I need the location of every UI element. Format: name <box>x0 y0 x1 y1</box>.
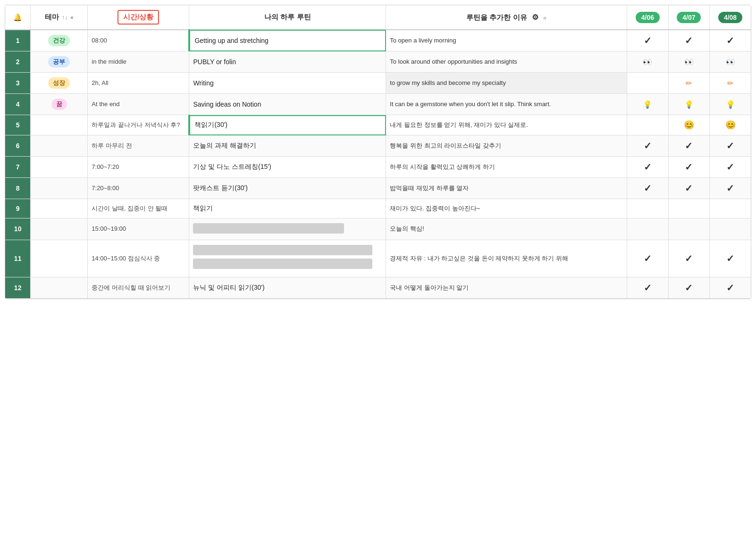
row-number: 3 <box>5 73 31 94</box>
date-cell-1[interactable]: 😊 <box>668 115 709 135</box>
date-cell-2[interactable]: 😊 <box>710 115 751 135</box>
date-cell-1[interactable]: ✓ <box>668 277 709 298</box>
tag-badge: 공부 <box>48 56 70 67</box>
tag-cell <box>31 277 88 298</box>
time-cell: 시간이 날때, 집중이 안 될때 <box>88 199 189 218</box>
date-cell-1[interactable]: ✓ <box>668 157 709 178</box>
date-cell-1[interactable]: ✓ <box>668 30 709 51</box>
check-icon: ✓ <box>726 162 734 172</box>
date-cell-0[interactable]: 👀 <box>627 51 668 73</box>
table-row: 2공부in the middlePUBLY or folinTo look ar… <box>5 51 751 73</box>
date-cell-0[interactable]: ✓ <box>627 135 668 157</box>
tag-badge: 성장 <box>48 77 70 89</box>
date-cell-1[interactable]: 👀 <box>668 51 709 73</box>
table-row: 9시간이 날때, 집중이 안 될때책읽기재미가 있다. 집중력이 높아진다~ <box>5 199 751 218</box>
table-row: 1015:00~19:00오늘의 핵심! <box>5 218 751 240</box>
reason-cell: 국내 어떻게 돌아가는지 알기 <box>386 277 627 298</box>
row-number: 8 <box>5 178 31 199</box>
table-row: 3성장2h, AllWritingto grow my skills and b… <box>5 73 751 94</box>
date-cell-0[interactable]: ✓ <box>627 240 668 277</box>
date-cell-2[interactable]: ✓ <box>710 277 751 298</box>
time-cell: At the end <box>88 94 189 115</box>
date-cell-0[interactable]: ✓ <box>627 30 668 51</box>
date-cell-1[interactable]: 💡 <box>668 94 709 115</box>
check-icon: ✓ <box>644 283 652 293</box>
date-cell-1[interactable]: ✓ <box>668 135 709 157</box>
date-btn-3[interactable]: 4/08 <box>718 12 742 23</box>
row-number: 4 <box>5 94 31 115</box>
row-number: 9 <box>5 199 31 218</box>
nav-back2-icon[interactable]: « <box>543 14 546 21</box>
main-container: 🔔 테마 ↑↓ « 시간/상황 나의 하루 루틴 루틴을 추가한 이유 <box>0 0 756 544</box>
row-number: 6 <box>5 135 31 157</box>
routine-cell: Saving ideas on Notion <box>189 94 386 115</box>
routine-cell: 책읽기 <box>189 199 386 218</box>
date-cell-0[interactable]: ✓ <box>627 157 668 178</box>
time-cell: 7:00~7:20 <box>88 157 189 178</box>
date-cell-2[interactable]: ✏ <box>710 73 751 94</box>
date-cell-1[interactable] <box>668 199 709 218</box>
time-cell: 2h, All <box>88 73 189 94</box>
table-row: 4꿈At the endSaving ideas on NotionIt can… <box>5 94 751 115</box>
date-cell-0[interactable] <box>627 115 668 135</box>
reason-cell: 행복을 위한 최고의 라이프스타일 갖추기 <box>386 135 627 157</box>
tag-cell <box>31 135 88 157</box>
time-situation-label: 시간/상황 <box>118 10 159 25</box>
check-icon: ✓ <box>644 162 652 172</box>
check-icon: ✓ <box>685 283 693 293</box>
date-cell-0[interactable]: ✓ <box>627 277 668 298</box>
time-cell: 하루일과 끝나거나 저녁식사 후? <box>88 115 189 135</box>
tag-cell: 꿈 <box>31 94 88 115</box>
time-cell: 08:00 <box>88 30 189 51</box>
date-cell-0[interactable] <box>627 73 668 94</box>
date-cell-2[interactable]: ✓ <box>710 157 751 178</box>
gear-icon[interactable]: ⚙ <box>532 13 538 21</box>
date-btn-1[interactable]: 4/06 <box>636 12 660 23</box>
date-cell-1[interactable]: ✏ <box>668 73 709 94</box>
date-cell-1[interactable]: ✓ <box>668 240 709 277</box>
smile-icon: 😊 <box>684 120 694 130</box>
blurred-content-line1 <box>193 245 372 255</box>
date-cell-2[interactable] <box>710 218 751 240</box>
sort-icon[interactable]: ↑↓ <box>62 14 67 21</box>
date-cell-2[interactable] <box>710 199 751 218</box>
table-row: 77:00~7:20기상 및 다노 스트레칭(15')하루의 시작을 활력있고 … <box>5 157 751 178</box>
table-row: 1114:00~15:00 점심식사 중경제적 자유 : 내가 하고싶은 것을 … <box>5 240 751 277</box>
time-cell: 7:20~8:00 <box>88 178 189 199</box>
date-cell-2[interactable]: ✓ <box>710 240 751 277</box>
time-cell: in the middle <box>88 51 189 73</box>
date-cell-2[interactable]: 💡 <box>710 94 751 115</box>
reason-cell: 하루의 시작을 활력있고 상쾌하게 하기 <box>386 157 627 178</box>
row-number: 11 <box>5 240 31 277</box>
date-cell-0[interactable]: ✓ <box>627 178 668 199</box>
check-icon: ✓ <box>726 253 734 264</box>
check-icon: ✓ <box>685 35 693 46</box>
reason-cell: to grow my skills and become my specialt… <box>386 73 627 94</box>
date-cell-2[interactable]: ✓ <box>710 178 751 199</box>
blurred-content-line2 <box>193 259 372 269</box>
bell-icon: 🔔 <box>13 13 22 21</box>
tag-cell: 건강 <box>31 30 88 51</box>
nav-back-icon[interactable]: « <box>70 14 74 21</box>
table-wrapper: 🔔 테마 ↑↓ « 시간/상황 나의 하루 루틴 루틴을 추가한 이유 <box>5 5 751 299</box>
date-cell-0[interactable] <box>627 218 668 240</box>
routine-cell: PUBLY or folin <box>189 51 386 73</box>
date-cell-1[interactable] <box>668 218 709 240</box>
date-cell-2[interactable]: 👀 <box>710 51 751 73</box>
routine-cell: 오늘의 과제 해결하기 <box>189 135 386 157</box>
check-icon: ✓ <box>726 141 734 151</box>
check-icon: ✓ <box>685 162 693 172</box>
check-icon: ✓ <box>644 183 652 193</box>
date-cell-0[interactable] <box>627 199 668 218</box>
date-cell-0[interactable]: 💡 <box>627 94 668 115</box>
eye-icon: 👀 <box>726 58 735 66</box>
reason-cell: 재미가 있다. 집중력이 높아진다~ <box>386 199 627 218</box>
date-cell-1[interactable]: ✓ <box>668 178 709 199</box>
time-cell: 중간에 머리식힐 때 읽어보기 <box>88 277 189 298</box>
reason-cell: It can be a gemstone when you don't let … <box>386 94 627 115</box>
date-cell-2[interactable]: ✓ <box>710 30 751 51</box>
check-icon: ✓ <box>644 141 652 151</box>
date-cell-2[interactable]: ✓ <box>710 135 751 157</box>
date-btn-2[interactable]: 4/07 <box>677 12 701 23</box>
bulb-icon: 💡 <box>643 100 652 109</box>
